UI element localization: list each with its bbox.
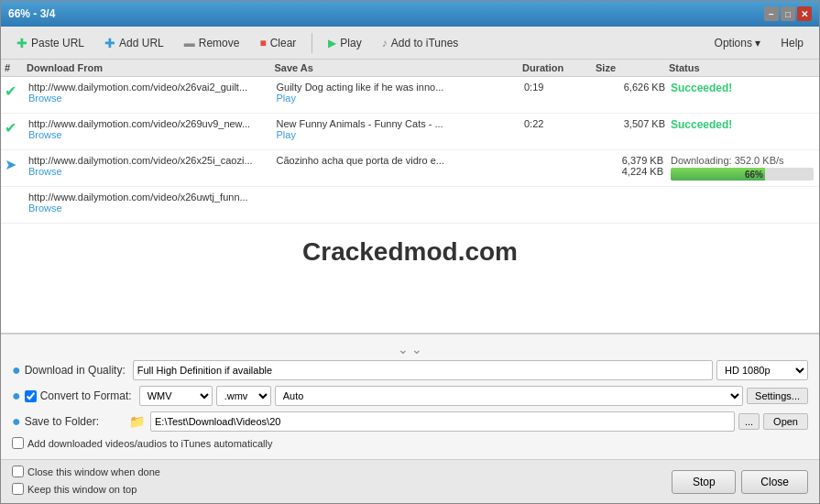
play-button[interactable]: ▶ Play — [320, 33, 369, 53]
duration-3 — [522, 152, 596, 158]
size-2: 3,507 KB — [596, 115, 669, 132]
status-icon-2: ✔ — [5, 115, 27, 137]
format-row: ● Convert to Format: WMV .wmv Auto Setti… — [12, 386, 808, 406]
folder-browse-button[interactable]: ... — [738, 413, 760, 430]
close-window-checkbox[interactable] — [12, 466, 24, 477]
close-checkbox-row: Close this window when done — [12, 466, 160, 477]
status-icon-4 — [5, 189, 27, 192]
separator — [312, 33, 312, 53]
browse-link-4[interactable]: Browse — [28, 203, 273, 214]
folder-input[interactable] — [150, 411, 735, 432]
format-select[interactable]: WMV — [139, 386, 213, 406]
status-icon-3: ➤ — [5, 152, 27, 173]
window-controls: − □ ✕ — [764, 6, 812, 21]
size-3a: 6,379 KB — [597, 155, 667, 166]
col-size: Size — [596, 62, 669, 73]
clear-button[interactable]: ■ Clear — [251, 33, 304, 53]
save-as-2: New Funny Animals - Funny Cats - ... — [277, 118, 521, 129]
url-3: http://www.dailymotion.com/video/x26x25i… — [28, 155, 273, 166]
col-status: Status — [669, 62, 815, 73]
stop-button[interactable]: Stop — [672, 470, 736, 494]
size-1: 6,626 KB — [596, 79, 669, 95]
add-url-icon: ✚ — [104, 36, 115, 50]
table-row: ➤ http://www.dailymotion.com/video/x26x2… — [1, 150, 819, 187]
progress-label: 66% — [745, 170, 763, 180]
col-save: Save As — [275, 62, 523, 73]
status-icon-1: ✔ — [5, 79, 27, 100]
progress-bar-fill: 66% — [671, 168, 765, 181]
options-panel: ⌄ ⌄ ● Download in Quality: HD 1080p ● Co… — [1, 334, 819, 459]
browse-link-3[interactable]: Browse — [28, 166, 273, 177]
minimize-button[interactable]: − — [764, 6, 779, 21]
download-table: # Download From Save As Duration Size St… — [1, 60, 819, 334]
save-as-3: Cãozinho acha que porta de vidro e... — [277, 155, 521, 166]
ext-select[interactable]: .wmv — [216, 386, 271, 406]
itunes-checkbox[interactable] — [12, 437, 24, 449]
itunes-icon: ♪ — [382, 37, 388, 49]
bottom-bar: Close this window when done Keep this wi… — [1, 459, 819, 503]
format-dot: ● — [12, 388, 21, 404]
table-row: http://www.dailymotion.com/video/x26uwtj… — [1, 187, 819, 224]
play-link-1[interactable]: Play — [277, 93, 521, 104]
remove-icon: ▬ — [184, 37, 195, 49]
collapse-button[interactable]: ⌄ ⌄ — [12, 342, 808, 356]
status-2: Succeeded! — [671, 118, 732, 131]
help-button[interactable]: Help — [772, 33, 812, 53]
table-header: # Download From Save As Duration Size St… — [1, 60, 819, 77]
table-row: ✔ http://www.dailymotion.com/video/x26va… — [1, 77, 819, 114]
window-title: 66% - 3/4 — [8, 7, 55, 20]
keep-ontop-checkbox[interactable] — [12, 483, 24, 495]
table-row: ✔ http://www.dailymotion.com/video/x269u… — [1, 114, 819, 150]
folder-dot: ● — [12, 413, 21, 430]
play-icon: ▶ — [328, 37, 336, 49]
format-checkbox[interactable] — [25, 390, 37, 402]
maximize-button[interactable]: □ — [781, 6, 795, 21]
ontop-checkbox-row: Keep this window on top — [12, 483, 160, 495]
title-bar: 66% - 3/4 − □ ✕ — [1, 1, 819, 27]
col-duration: Duration — [522, 62, 596, 73]
toolbar: ✚ Paste URL ✚ Add URL ▬ Remove ■ Clear ▶… — [1, 27, 819, 60]
add-url-button[interactable]: ✚ Add URL — [96, 32, 172, 54]
col-num: # — [5, 62, 27, 73]
remove-button[interactable]: ▬ Remove — [176, 33, 248, 53]
status-1: Succeeded! — [671, 82, 732, 94]
close-button[interactable]: Close — [741, 470, 808, 494]
progress-bar-container: 66% — [671, 168, 814, 181]
quality-row: ● Download in Quality: HD 1080p — [12, 360, 808, 380]
url-1: http://www.dailymotion.com/video/x26vai2… — [28, 82, 273, 93]
url-4: http://www.dailymotion.com/video/x26uwtj… — [28, 192, 273, 203]
options-button[interactable]: Options ▾ — [706, 33, 770, 53]
browse-link-1[interactable]: Browse — [28, 93, 273, 104]
play-link-2[interactable]: Play — [277, 129, 521, 140]
itunes-checkbox-row: Add downloaded videos/audios to iTunes a… — [12, 437, 808, 449]
col-from: Download From — [27, 62, 275, 73]
duration-1: 0:19 — [522, 79, 596, 95]
quality-select[interactable]: HD 1080p — [716, 360, 808, 380]
settings-button[interactable]: Settings... — [747, 388, 808, 404]
save-as-1: Guilty Dog acting like if he was inno... — [277, 82, 521, 93]
clear-icon: ■ — [259, 37, 266, 49]
close-title-button[interactable]: ✕ — [797, 6, 812, 21]
paste-url-icon: ✚ — [16, 36, 27, 50]
browse-link-2[interactable]: Browse — [28, 129, 273, 140]
downloading-text: Downloading: 352.0 KB/s — [671, 155, 814, 166]
url-2: http://www.dailymotion.com/video/x269uv9… — [28, 118, 273, 129]
folder-icon: 📁 — [129, 414, 145, 429]
quality-dot: ● — [12, 362, 21, 378]
paste-url-button[interactable]: ✚ Paste URL — [8, 32, 93, 54]
size-3b: 4,224 KB — [597, 166, 667, 177]
duration-2: 0:22 — [522, 115, 596, 132]
quality-input[interactable] — [133, 360, 713, 380]
preset-select[interactable]: Auto — [275, 386, 743, 406]
add-to-itunes-button[interactable]: ♪ Add to iTunes — [374, 33, 467, 53]
folder-open-button[interactable]: Open — [763, 413, 808, 430]
folder-row: ● Save to Folder: 📁 ... Open — [12, 411, 808, 432]
